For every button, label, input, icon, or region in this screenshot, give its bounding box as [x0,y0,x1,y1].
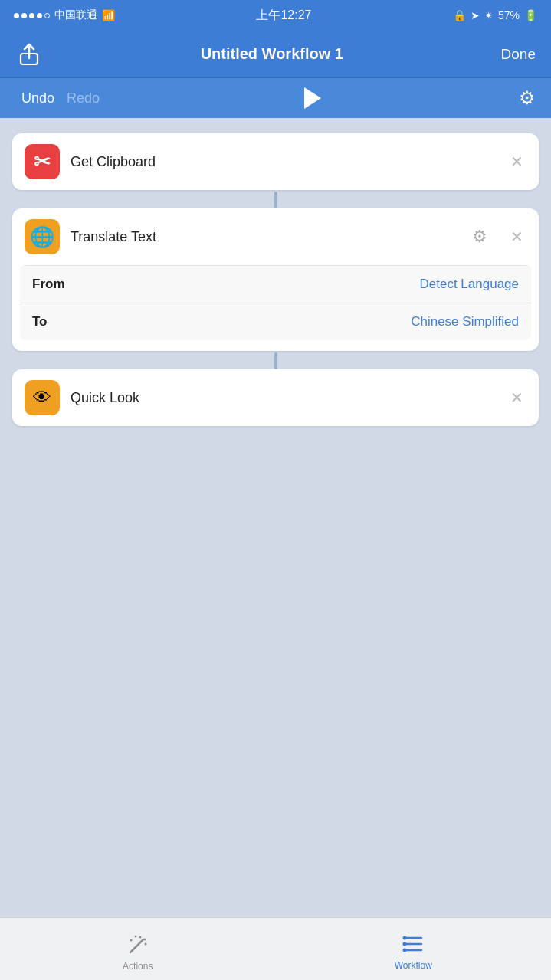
translate-icon-bg: 🌐 [25,219,60,254]
translate-from-row[interactable]: From Detect Language [20,266,531,303]
svg-point-11 [403,936,407,940]
connector-line-2 [274,352,277,369]
svg-point-4 [143,938,146,940]
workflow-content: ✂ Get Clipboard ✕ 🌐 Translate Text ⚙ ✕ F… [0,118,551,917]
translate-from-value: Detect Language [420,277,520,292]
get-clipboard-label: Get Clipboard [71,154,497,170]
connector-2 [12,352,539,369]
actions-wand-icon [126,933,149,959]
get-clipboard-icon: ✂ [25,144,60,179]
nav-bar: Untitled Workflow 1 Done [0,31,551,78]
status-right: 🔒 ➤ ✴ 57% 🔋 [453,9,537,21]
status-bar: 中国联通 📶 上午12:27 🔒 ➤ ✴ 57% 🔋 [0,0,551,31]
battery-label: 57% [498,9,520,21]
tab-bar: Actions Workflow [0,917,551,980]
svg-point-7 [130,939,132,941]
get-clipboard-close-button[interactable]: ✕ [507,149,526,174]
share-button[interactable] [15,41,43,68]
play-button[interactable] [106,87,519,109]
nav-title: Untitled Workflow 1 [201,45,343,63]
status-time: 上午12:27 [256,8,311,24]
translate-to-label: To [32,314,48,329]
play-icon [304,87,321,109]
undo-button[interactable]: Undo [15,87,61,110]
translate-text-card: 🌐 Translate Text ⚙ ✕ From Detect Languag… [12,208,539,351]
connector-1 [12,192,539,208]
share-icon [19,43,39,66]
redo-button[interactable]: Redo [61,87,106,110]
connector-line-1 [274,192,277,208]
quick-look-label: Quick Look [71,390,497,406]
translate-close-button[interactable]: ✕ [507,225,526,249]
scissors-icon: ✂ [34,150,51,174]
get-clipboard-header: ✂ Get Clipboard ✕ [12,133,539,190]
translate-from-label: From [32,277,65,292]
dot4 [37,13,42,18]
translate-text-header: 🌐 Translate Text ⚙ ✕ [12,208,539,265]
svg-line-2 [130,950,133,952]
wifi-icon: 📶 [102,9,115,21]
svg-line-1 [133,939,143,950]
translate-gear-icon[interactable]: ⚙ [472,227,487,247]
translate-to-value: Chinese Simplified [411,314,519,329]
status-left: 中国联通 📶 [14,8,115,22]
tab-workflow[interactable]: Workflow [276,927,552,971]
signal-dots [14,13,50,18]
lock-icon: 🔒 [453,9,466,21]
dot5 [44,13,50,18]
location-icon: ➤ [471,9,480,21]
done-button[interactable]: Done [501,46,536,63]
translate-label: Translate Text [71,229,461,245]
eye-icon: 👁 [33,387,51,408]
quick-look-icon-bg: 👁 [25,380,60,415]
tab-actions-label: Actions [123,961,153,972]
quick-look-card: 👁 Quick Look ✕ [12,369,539,426]
dot2 [21,13,27,18]
dot3 [29,13,34,18]
svg-point-12 [403,942,407,946]
quick-look-close-button[interactable]: ✕ [507,385,526,410]
dot1 [14,13,19,18]
svg-point-3 [139,936,141,938]
quick-look-header: 👁 Quick Look ✕ [12,369,539,426]
settings-icon[interactable]: ⚙ [519,87,536,109]
tab-actions[interactable]: Actions [0,927,276,972]
carrier-label: 中国联通 [54,8,97,22]
toolbar: Undo Redo ⚙ [0,78,551,118]
globe-icon: 🌐 [30,225,54,249]
get-clipboard-card: ✂ Get Clipboard ✕ [12,133,539,190]
translate-to-row[interactable]: To Chinese Simplified [20,303,531,340]
svg-point-6 [134,935,136,937]
bluetooth-icon: ✴ [484,9,494,21]
tab-workflow-label: Workflow [395,960,432,971]
workflow-list-icon [402,933,425,959]
svg-point-5 [144,942,146,945]
svg-point-13 [403,949,407,952]
battery-icon: 🔋 [524,9,537,21]
translate-settings: From Detect Language To Chinese Simplifi… [20,265,531,340]
